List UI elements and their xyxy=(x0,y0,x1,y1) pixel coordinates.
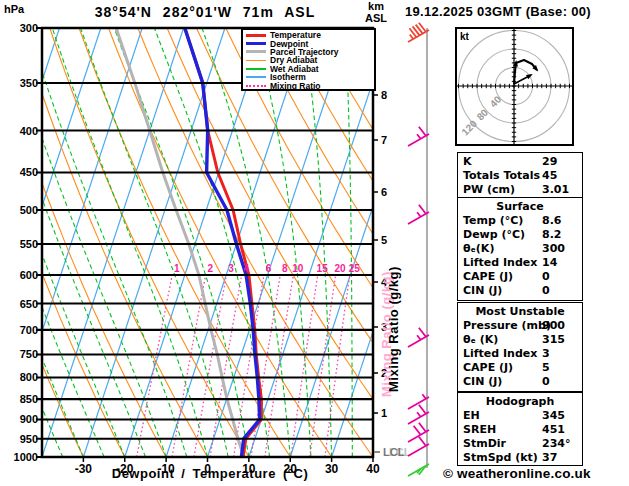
pressure-tick-label: 700 xyxy=(20,324,38,336)
mixing-axis-label: Mixing Ratio (g/kg) xyxy=(386,266,401,392)
table-row-value: 900 xyxy=(542,319,565,332)
table-row: Lifted Index14 xyxy=(458,256,582,270)
dry-adiabat-line xyxy=(431,28,440,457)
table-row: K29 xyxy=(458,155,582,169)
table-row: CAPE (J)5 xyxy=(458,361,582,375)
indices-box: K29Totals Totals45PW (cm)3.01 xyxy=(457,152,583,198)
wind-barb xyxy=(408,23,429,42)
skewt-sounding-page: hPa 38°54'N 282°01'W 71m ASL km ASL 19.1… xyxy=(0,0,629,486)
legend-item: Temperature xyxy=(246,31,374,39)
legend-item: Wet Adiabat xyxy=(246,65,374,73)
mixing-ratio-value-label: 1 xyxy=(174,263,180,274)
temp-tick-label: 40 xyxy=(366,462,380,476)
table-row-value: 234° xyxy=(542,437,570,450)
legend-sample-wet-adiabat xyxy=(246,68,266,70)
pressure-tick-label: 900 xyxy=(20,413,38,425)
table-row-label: Lifted Index xyxy=(463,256,537,269)
indices-box-most-unstable: Most UnstablePressure (mb)900θₑ (K)315Li… xyxy=(457,302,583,392)
legend-label: Temperature xyxy=(270,31,321,39)
legend-sample-dry-adiabat xyxy=(246,60,266,62)
wet-adiabat-line xyxy=(52,28,207,457)
pressure-tick-label: 300 xyxy=(20,22,38,34)
table-row-label: SREH xyxy=(463,423,496,436)
pressure-tick-label: 500 xyxy=(20,204,38,216)
pressure-tick-label: 600 xyxy=(20,269,38,281)
table-row-label: EH xyxy=(463,409,480,422)
plot-border xyxy=(42,28,373,457)
wet-adiabat-line xyxy=(254,28,311,457)
legend-sample-mixing-ratio xyxy=(246,85,266,87)
table-row: Dewp (°C)8.2 xyxy=(458,228,582,242)
isotherm-line xyxy=(290,28,432,457)
pressure-tick-label: 650 xyxy=(20,298,38,310)
table-row-label: PW (cm) xyxy=(463,183,515,196)
dry-adiabat-line xyxy=(197,28,441,457)
mixing-ratio-value-label: 15 xyxy=(317,263,329,274)
mixing-ratio-value-label: 20 xyxy=(334,263,346,274)
legend: TemperatureDewpointParcel TrajectoryDry … xyxy=(241,28,376,91)
legend-sample-dewpoint xyxy=(246,42,266,45)
wind-barb xyxy=(408,127,429,146)
wet-adiabat-line xyxy=(345,28,352,457)
indices-box-header: Surface xyxy=(458,200,582,214)
table-row-label: Pressure (mb) xyxy=(463,319,551,332)
table-row-value: 0 xyxy=(542,284,550,297)
table-row-label: θₑ (K) xyxy=(463,333,498,346)
pressure-tick-label: 850 xyxy=(20,393,38,405)
table-row-value: 451 xyxy=(542,423,565,436)
wind-barb-feather xyxy=(417,335,421,340)
table-row-value: 3.01 xyxy=(542,183,569,196)
pressure-tick-label: 800 xyxy=(20,371,38,383)
table-row-label: CAPE (J) xyxy=(463,270,513,283)
wet-adiabat-line xyxy=(202,28,290,457)
km-tick-label: 8 xyxy=(381,89,387,101)
dry-adiabat-line xyxy=(285,28,441,457)
pressure-tick-label: 350 xyxy=(20,77,38,89)
mixing-ratio-value-label: 8 xyxy=(282,263,288,274)
table-row: CIN (J)0 xyxy=(458,375,582,389)
table-row-value: 8.2 xyxy=(542,228,562,241)
indices-box-hodograph: HodographEH345SREH451StmDir234°StmSpd (k… xyxy=(457,392,583,466)
mixing-ratio-value-label: 4 xyxy=(243,263,249,274)
wind-barb-feather xyxy=(419,423,426,432)
temperature-axis-label: Dewpoint / Temperature (°C) xyxy=(55,466,365,481)
wind-barb-feather xyxy=(417,212,421,217)
table-row-value: 37 xyxy=(542,451,557,464)
wind-barb-feather xyxy=(419,127,426,136)
pressure-tick-label: 750 xyxy=(20,348,38,360)
wind-barb xyxy=(408,464,429,476)
dry-adiabat-line xyxy=(402,28,440,457)
mixing-ratio-line xyxy=(194,275,227,457)
table-row-value: 0 xyxy=(542,375,550,388)
legend-label: Mixing Ratio xyxy=(270,82,321,90)
wind-barb xyxy=(408,423,429,442)
wind-barb-feather xyxy=(410,35,414,40)
km-tick-label: 1 xyxy=(381,407,387,419)
table-row-label: CAPE (J) xyxy=(463,361,513,374)
mixing-ratio-value-label: 2 xyxy=(207,263,213,274)
table-row-value: 45 xyxy=(542,169,557,182)
table-row: CIN (J)0 xyxy=(458,284,582,298)
mixing-ratio-line xyxy=(172,275,206,457)
wind-barb-feather xyxy=(419,328,426,337)
mixing-ratio-value-label: 6 xyxy=(266,263,272,274)
wind-barb-feather xyxy=(422,394,426,399)
isotherm-line xyxy=(0,28,18,457)
legend-item: Mixing Ratio xyxy=(246,81,374,89)
table-row-value: 29 xyxy=(542,155,557,168)
wind-barb xyxy=(408,394,429,409)
hodograph-unit-label: kt xyxy=(460,31,470,42)
table-row: Totals Totals45 xyxy=(458,169,582,183)
pressure-tick-label: 950 xyxy=(20,433,38,445)
table-row-label: θₑ(K) xyxy=(463,242,494,255)
table-row-label: CIN (J) xyxy=(463,375,502,388)
wind-barb-feather xyxy=(419,205,426,214)
dry-adiabat-line xyxy=(255,28,440,457)
table-row-value: 8.6 xyxy=(542,214,562,227)
wind-barb xyxy=(408,205,429,224)
mixing-ratio-value-label: 25 xyxy=(349,263,361,274)
indices-box-header: Most Unstable xyxy=(458,305,582,319)
mixing-ratio-value-label: 3 xyxy=(228,263,234,274)
wind-barb-feather xyxy=(417,412,421,417)
km-tick-label: 7 xyxy=(381,134,387,146)
